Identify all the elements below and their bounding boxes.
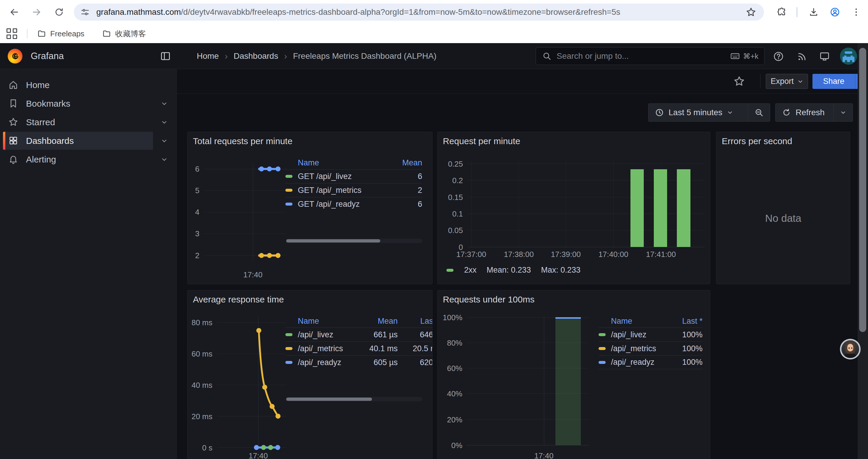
bookmark-folder-freeleaps[interactable]: Freeleaps [32,27,89,41]
sidebar-item-starred[interactable]: Starred [0,113,176,131]
folder-icon [102,29,111,38]
breadcrumb-dashboards[interactable]: Dashboards [234,52,278,61]
extensions-icon[interactable] [773,4,790,21]
breadcrumb-home[interactable]: Home [197,52,219,61]
series-swatch [598,347,606,350]
panel-total-requests-per-minute: Total requests per minute 6 5 4 3 2 [187,132,433,284]
panel-errors-per-second: Errors per second No data [716,132,850,284]
grafana-logo[interactable] [8,49,23,64]
favorite-star-icon[interactable] [733,75,746,88]
user-avatar[interactable] [840,47,857,65]
chevron-down-icon[interactable] [161,156,167,163]
legend-row[interactable]: /api/_livez 661 µs 646 [285,328,433,341]
bar-2xx [654,169,667,247]
bookmark-label: 收藏博客 [115,29,146,39]
panel-legend-table: Name Mean GET /api/_livez 6 GET /api/_me… [285,156,422,211]
legend-row[interactable]: GET /api/_livez 6 [285,169,422,183]
browser-back-icon[interactable] [6,4,23,21]
search-box[interactable]: ⌘+k [536,47,765,65]
series-swatch [285,189,292,192]
sidebar-item-dashboards[interactable]: Dashboards [0,131,176,150]
bookmark-label: Freeleaps [50,29,85,38]
panel-title[interactable]: Errors per second [722,136,792,146]
panel-average-response-time: Average response time 80 ms 60 ms 40 ms … [187,290,433,459]
bar-2xx [630,169,644,247]
sidebar-toggle-icon[interactable] [160,51,171,62]
grafana-product-name: Grafana [31,43,64,69]
browser-reload-icon[interactable] [51,4,67,21]
series-swatch [285,333,292,336]
chevron-down-icon[interactable] [161,138,167,144]
time-range-picker[interactable]: Last 5 minutes [649,104,748,121]
browser-chrome: grafana.mathmast.com/d/deytv4rwavabkb/fr… [0,0,868,43]
series-swatch [598,333,606,336]
legend-row[interactable]: /api/_livez 100% [598,328,703,341]
series-swatch [598,361,606,364]
breadcrumb-separator-icon: › [225,51,228,61]
legend-row[interactable]: /api/_metrics 40.1 ms 20.5 r [285,341,433,355]
sidebar-item-home[interactable]: Home [0,76,176,94]
folder-icon [37,29,46,38]
browser-toolbar: grafana.mathmast.com/d/deytv4rwavabkb/fr… [0,0,868,24]
series-swatch [285,361,292,364]
panel-title[interactable]: Request per minute [443,136,520,146]
chevron-down-icon[interactable] [161,100,167,107]
help-icon[interactable] [772,50,785,63]
browser-forward-icon[interactable] [28,4,45,21]
legend-header: Name Mean [285,156,422,169]
news-rss-icon[interactable] [795,50,809,63]
bookmarks-divider [27,29,28,38]
panel-title[interactable]: Requests under 100ms [443,294,534,304]
legend-row[interactable]: GET /api/_readyz 6 [285,197,422,211]
legend-row[interactable]: /api/_metrics 100% [598,341,703,355]
legend-row[interactable]: /api/_readyz 605 µs 620 [285,355,433,369]
apps-grid-icon[interactable] [6,28,17,39]
legend-scrollbar[interactable] [285,239,422,243]
sidebar-item-bookmarks[interactable]: Bookmarks [0,94,176,113]
bar-under-100ms [555,317,581,445]
bell-icon [8,154,18,164]
url-domain: grafana.mathmast.com [96,7,181,17]
time-range-control: Last 5 minutes [648,103,770,122]
browser-menu-icon[interactable] [848,4,864,21]
refresh-button[interactable]: Refresh [776,104,833,121]
refresh-interval-button[interactable] [833,104,852,121]
legend-header: Name Mean Las [285,315,433,328]
chevron-down-icon [797,78,803,85]
bookmark-icon [8,98,18,108]
keyboard-icon [730,51,740,61]
chevron-down-icon [840,109,846,116]
dashboard-main: Export Share Last 5 minutes [177,69,868,459]
legend-row[interactable]: GET /api/_metrics 2 [285,183,422,197]
actions-divider [760,74,761,88]
panel-legend: 2xx Mean: 0.233 Max: 0.233 [446,266,581,275]
page-scrollbar-thumb[interactable] [859,48,866,332]
site-settings-icon[interactable] [80,7,90,17]
breadcrumb-separator-icon: › [284,51,287,61]
legend-header: Name Last * [598,315,703,328]
bookmark-star-icon[interactable] [746,7,756,18]
legend-row[interactable]: /api/_readyz 100% [598,355,703,369]
search-shortcut: ⌘+k [730,51,758,61]
floating-assistant-avatar[interactable] [840,339,861,359]
export-button[interactable]: Export [766,74,808,89]
url-path: /d/deytv4rwavabkb/freeleaps-metrics-dash… [181,7,620,17]
chevron-down-icon[interactable] [161,119,167,126]
refresh-icon [782,108,791,117]
downloads-icon[interactable] [805,4,822,21]
legend-scrollbar[interactable] [285,397,422,401]
search-input[interactable] [557,52,730,61]
bookmark-folder-blogs[interactable]: 收藏博客 [97,27,151,41]
address-bar[interactable]: grafana.mathmast.com/d/deytv4rwavabkb/fr… [74,4,764,21]
panel-request-per-minute: Request per minute 0.25 0.2 0.15 0.1 0.0… [437,132,710,284]
legend-item-2xx[interactable]: 2xx [446,266,476,275]
panel-legend-table: Name Mean Las /api/_livez 661 µs 646 /ap… [285,315,433,369]
breadcrumb: Home › Dashboards › Freeleaps Metrics Da… [197,43,436,69]
sidebar-item-alerting[interactable]: Alerting [0,150,176,169]
url-text: grafana.mathmast.com/d/deytv4rwavabkb/fr… [96,7,620,17]
zoom-out-icon [754,108,764,117]
zoom-out-button[interactable] [748,104,770,121]
kiosk-monitor-icon[interactable] [818,50,831,63]
home-icon [8,80,18,90]
profile-icon[interactable] [827,4,843,21]
